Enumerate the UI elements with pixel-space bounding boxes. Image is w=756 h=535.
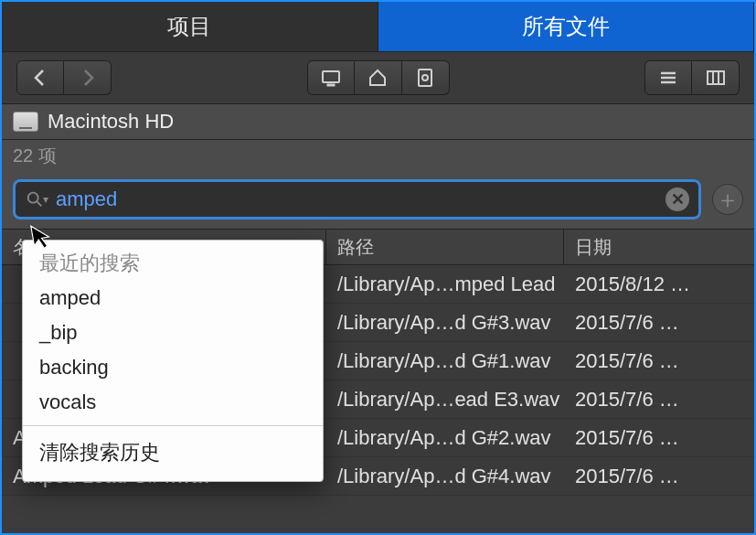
view-group	[644, 60, 740, 95]
svg-point-3	[422, 75, 428, 80]
column-view-button[interactable]	[692, 60, 740, 95]
recent-search-item[interactable]: amped	[23, 281, 323, 316]
forward-button[interactable]	[64, 60, 112, 95]
clear-search-history[interactable]: 清除搜索历史	[23, 426, 323, 481]
nav-group	[16, 60, 112, 95]
cell-path: /Library/Ap…d G#1.wav	[326, 349, 564, 373]
location-group	[307, 60, 450, 95]
cell-path: /Library/Ap…mped Lead	[326, 273, 564, 296]
disk-icon	[13, 112, 38, 132]
cell-date: 2015/7/6 …	[564, 311, 754, 335]
location-bar: Macintosh HD	[2, 104, 754, 140]
search-field[interactable]: ▾ ✕	[13, 179, 701, 219]
svg-rect-7	[708, 71, 724, 84]
header-date[interactable]: 日期	[564, 230, 754, 264]
cell-path: /Library/Ap…d G#4.wav	[326, 465, 564, 488]
svg-point-10	[28, 193, 38, 203]
svg-line-11	[37, 202, 42, 207]
location-title: Macintosh HD	[48, 110, 174, 134]
clear-search-button[interactable]: ✕	[665, 187, 689, 211]
home-button[interactable]	[355, 60, 402, 95]
cell-path: /Library/Ap…d G#2.wav	[326, 426, 564, 450]
cell-date: 2015/8/12 …	[564, 273, 754, 296]
cell-path: /Library/Ap…d G#3.wav	[326, 311, 564, 335]
computer-button[interactable]	[307, 60, 355, 95]
project-media-button[interactable]	[402, 60, 450, 95]
recent-search-item[interactable]: vocals	[23, 385, 323, 420]
svg-rect-1	[327, 84, 335, 86]
cell-date: 2015/7/6 …	[564, 349, 754, 373]
toolbar	[2, 51, 754, 104]
dropdown-header: 最近的搜索	[23, 241, 323, 281]
tab-bar: 项目 所有文件	[2, 2, 754, 51]
browser-window: 项目 所有文件	[0, 0, 756, 535]
item-count: 22 项	[2, 140, 754, 176]
search-row: ▾ ✕ ＋	[2, 176, 754, 229]
tab-project[interactable]: 项目	[2, 2, 378, 51]
tab-all-files[interactable]: 所有文件	[378, 2, 755, 51]
cell-path: /Library/Ap…ead E3.wav	[326, 388, 564, 412]
cell-date: 2015/7/6 …	[564, 426, 754, 450]
recent-searches-dropdown: 最近的搜索 amped_bipbackingvocals 清除搜索历史	[22, 240, 324, 482]
svg-rect-0	[323, 71, 339, 82]
search-input[interactable]	[52, 187, 665, 211]
cell-date: 2015/7/6 …	[564, 465, 754, 488]
search-icon	[25, 189, 45, 209]
search-menu-chevron-icon[interactable]: ▾	[43, 193, 48, 206]
recent-search-item[interactable]: backing	[23, 350, 323, 385]
add-filter-button[interactable]: ＋	[712, 184, 743, 215]
recent-search-item[interactable]: _bip	[23, 316, 323, 350]
cell-date: 2015/7/6 …	[564, 388, 754, 412]
header-path[interactable]: 路径	[326, 230, 564, 264]
back-button[interactable]	[16, 60, 64, 95]
list-view-button[interactable]	[644, 60, 692, 95]
svg-rect-2	[419, 70, 431, 86]
